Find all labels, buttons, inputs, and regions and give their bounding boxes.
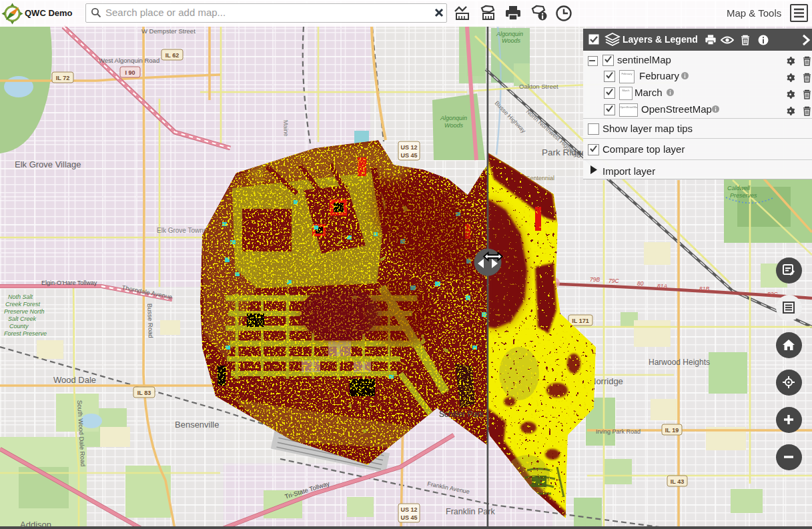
svg-text:Algonquin: Algonquin (440, 115, 467, 121)
svg-text:Creek Forest: Creek Forest (5, 301, 41, 308)
svg-text:Forest Preserve: Forest Preserve (4, 330, 47, 337)
svg-text:80: 80 (637, 280, 644, 287)
svg-text:81B: 81B (699, 286, 709, 292)
svg-text:Elk Grove Village: Elk Grove Village (15, 159, 81, 169)
svg-text:82C: 82C (767, 291, 778, 298)
svg-text:Woods: Woods (502, 37, 521, 44)
svg-text:Elgin-O’Hare Tollway: Elgin-O’Hare Tollway (41, 280, 97, 286)
svg-text:Busse Road: Busse Road (146, 304, 155, 338)
svg-text:Schiller Park: Schiller Park (439, 410, 484, 419)
svg-text:IL 171: IL 171 (572, 318, 588, 324)
svg-text:IL 19: IL 19 (665, 427, 679, 434)
svg-text:County: County (9, 323, 29, 330)
svg-text:81A: 81A (657, 283, 667, 290)
svg-text:Preserves: Preserves (730, 192, 757, 199)
svg-text:US 45: US 45 (400, 152, 417, 159)
svg-text:79B: 79B (590, 276, 600, 283)
svg-text:IL 72: IL 72 (56, 75, 69, 81)
svg-text:Algonquin: Algonquin (496, 31, 523, 37)
svg-text:Harwood Heights: Harwood Heights (649, 358, 710, 367)
svg-text:Oakton Street: Oakton Street (519, 83, 558, 90)
svg-text:Bensenville: Bensenville (175, 420, 220, 430)
svg-text:Wood Dale: Wood Dale (53, 375, 96, 385)
svg-text:IL 62: IL 62 (165, 52, 179, 59)
svg-text:West Algonquin Road: West Algonquin Road (99, 57, 159, 64)
svg-text:79C: 79C (608, 278, 619, 284)
svg-text:US 12: US 12 (400, 506, 417, 513)
svg-text:IL 43: IL 43 (671, 478, 684, 485)
svg-text:Caldwell: Caldwell (727, 185, 751, 191)
svg-text:Irving Park Road: Irving Park Road (596, 428, 641, 435)
svg-text:Noth Salt: Noth Salt (8, 294, 33, 300)
svg-text:I 90: I 90 (125, 69, 135, 76)
svg-text:W Dempster Street: W Dempster Street (141, 27, 195, 35)
svg-text:US 12: US 12 (400, 144, 417, 151)
svg-text:Woods: Woods (444, 122, 464, 129)
svg-text:Park Ridge: Park Ridge (542, 147, 586, 157)
svg-text:IL 83: IL 83 (137, 390, 151, 396)
svg-text:Salt Creek: Salt Creek (8, 316, 37, 322)
svg-text:Preserve North: Preserve North (4, 308, 45, 315)
svg-text:US 45: US 45 (400, 514, 417, 521)
svg-text:Maine: Maine (282, 120, 290, 137)
